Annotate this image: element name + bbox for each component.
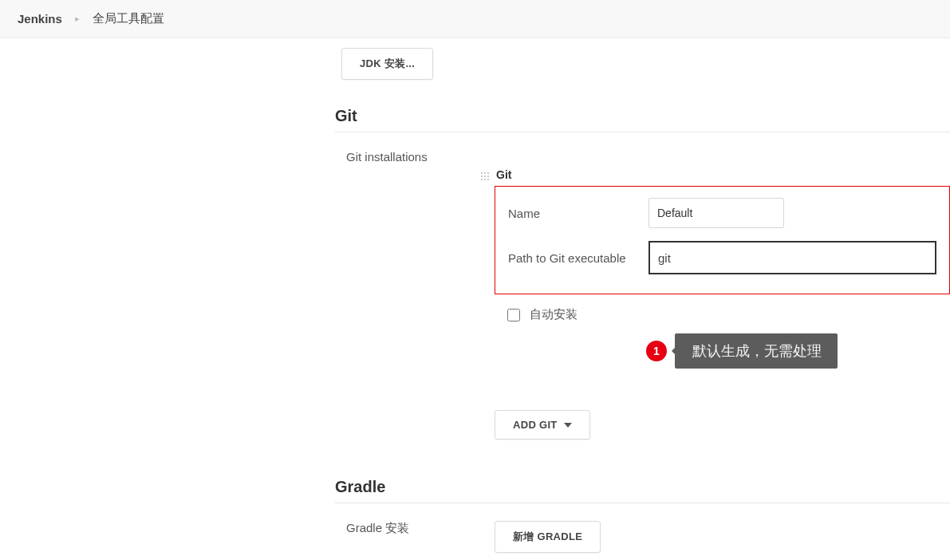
git-highlight-box: Name Path to Git executable bbox=[495, 186, 950, 294]
gradle-section-title: Gradle bbox=[335, 478, 950, 496]
add-gradle-button-label: 新增 GRADLE bbox=[513, 530, 582, 544]
git-block-title: Git bbox=[495, 168, 950, 181]
annotation-bubble: 默认生成，无需处理 bbox=[675, 333, 838, 369]
gradle-installations-label: Gradle 安装 bbox=[346, 521, 495, 536]
annotation-text: 默认生成，无需处理 bbox=[692, 343, 822, 359]
section-divider bbox=[335, 503, 950, 503]
git-name-input[interactable] bbox=[648, 198, 784, 228]
drag-handle-icon[interactable] bbox=[480, 172, 490, 181]
git-auto-install-label: 自动安装 bbox=[530, 307, 577, 322]
git-installations-label: Git installations bbox=[346, 150, 950, 164]
chevron-right-icon: ▸ bbox=[70, 14, 85, 24]
breadcrumb-current: 全局工具配置 bbox=[85, 11, 172, 26]
add-git-button[interactable]: ADD GIT bbox=[495, 410, 590, 440]
git-section-title: Git bbox=[335, 107, 950, 125]
git-path-label: Path to Git executable bbox=[508, 251, 648, 265]
jdk-install-button[interactable]: JDK 安装... bbox=[341, 48, 433, 80]
annotation-number-badge: 1 bbox=[646, 341, 667, 361]
annotation-callout: 1 默认生成，无需处理 bbox=[646, 333, 950, 369]
add-git-button-label: ADD GIT bbox=[513, 419, 558, 431]
sidebar-spacer bbox=[0, 38, 335, 560]
main-content: JDK 安装... Git Git installations Git Name… bbox=[335, 38, 950, 560]
git-name-label: Name bbox=[508, 207, 648, 220]
breadcrumb-bar: Jenkins ▸ 全局工具配置 bbox=[0, 0, 950, 38]
caret-down-icon bbox=[564, 423, 572, 428]
breadcrumb-home[interactable]: Jenkins bbox=[10, 12, 70, 26]
git-auto-install-checkbox[interactable] bbox=[507, 309, 520, 321]
git-path-input[interactable] bbox=[648, 241, 936, 274]
jdk-install-button-label: JDK 安装... bbox=[360, 57, 415, 71]
section-divider bbox=[335, 132, 950, 132]
add-gradle-button[interactable]: 新增 GRADLE bbox=[495, 521, 601, 553]
